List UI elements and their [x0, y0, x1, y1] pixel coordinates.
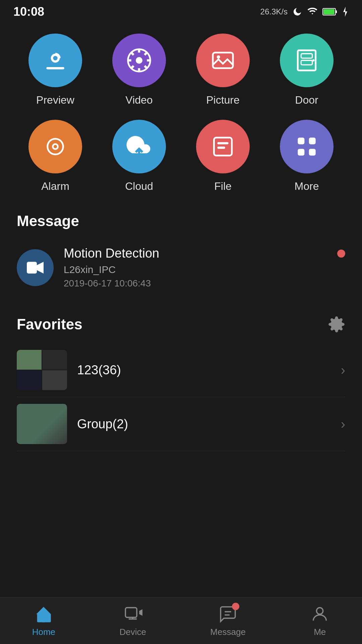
svg-point-18 [217, 55, 220, 59]
svg-line-14 [144, 66, 147, 68]
moon-icon [292, 7, 302, 17]
door-icon-circle [280, 34, 334, 87]
message-section: Message Motion Detection L26xin_IPC 2019… [17, 213, 345, 296]
svg-line-15 [144, 52, 147, 55]
chevron-right-icon-0: › [341, 363, 345, 378]
motion-detection-icon [17, 249, 54, 286]
quick-item-door[interactable]: Door [268, 34, 345, 106]
favorite-item-1[interactable]: Group(2) › [17, 397, 345, 451]
door-label: Door [295, 94, 318, 106]
message-title: Message [17, 213, 79, 229]
main-content: Preview Video Picture Door [0, 23, 362, 451]
favorites-header: Favorites [17, 316, 345, 333]
favorite-name-1: Group(2) [77, 417, 331, 431]
message-content: Motion Detection L26xin_IPC 2019-06-17 1… [64, 246, 327, 289]
picture-icon-circle [196, 34, 250, 87]
quick-access-grid: Preview Video Picture Door [17, 34, 345, 193]
status-bar: 10:08 26.3K/s [0, 0, 362, 23]
motion-detection-device: L26xin_IPC [64, 264, 327, 275]
svg-point-5 [53, 56, 57, 60]
preview-icon-circle [28, 34, 82, 87]
svg-rect-6 [46, 67, 64, 69]
svg-marker-3 [343, 7, 347, 17]
me-nav-label: Me [314, 627, 326, 637]
me-icon [310, 604, 330, 624]
favorite-item-0[interactable]: 123(36) › [17, 343, 345, 397]
alarm-icon-circle [28, 120, 82, 173]
svg-marker-39 [139, 609, 143, 616]
message-badge [232, 603, 239, 610]
chevron-right-icon-1: › [341, 417, 345, 432]
svg-rect-30 [309, 138, 316, 144]
favorite-name-0: 123(36) [77, 363, 331, 377]
bottom-navigation: Home Device Message Me [0, 597, 362, 644]
message-icon [218, 604, 238, 624]
message-item[interactable]: Motion Detection L26xin_IPC 2019-06-17 1… [17, 239, 345, 296]
quick-item-video[interactable]: Video [101, 34, 178, 106]
svg-rect-1 [336, 10, 337, 13]
device-nav-label: Device [119, 627, 146, 637]
picture-label: Picture [206, 94, 240, 106]
wifi-icon [307, 6, 318, 17]
svg-marker-34 [37, 262, 44, 273]
quick-item-preview[interactable]: Preview [17, 34, 94, 106]
favorite-thumbnail-0 [17, 350, 67, 390]
motion-detection-title: Motion Detection [64, 246, 327, 261]
nav-item-message[interactable]: Message [210, 604, 246, 637]
svg-rect-2 [323, 9, 335, 14]
cloud-icon-circle [112, 120, 166, 173]
message-nav-label: Message [210, 627, 246, 637]
file-label: File [214, 180, 232, 193]
svg-rect-31 [298, 149, 304, 156]
status-time: 10:08 [13, 5, 44, 19]
preview-label: Preview [36, 94, 74, 106]
svg-point-22 [312, 59, 315, 62]
svg-point-8 [136, 57, 142, 64]
svg-rect-35 [41, 616, 46, 622]
svg-rect-29 [298, 138, 304, 144]
cloud-label: Cloud [125, 180, 153, 193]
svg-point-42 [317, 608, 323, 614]
svg-rect-32 [309, 149, 316, 156]
quick-item-file[interactable]: File [184, 120, 261, 193]
quick-item-alarm[interactable]: Alarm [17, 120, 94, 193]
quick-item-picture[interactable]: Picture [184, 34, 261, 106]
nav-item-home[interactable]: Home [32, 604, 55, 637]
more-label: More [295, 180, 319, 193]
svg-line-13 [131, 52, 133, 55]
svg-rect-27 [217, 142, 228, 145]
charging-icon [342, 7, 349, 17]
file-icon-circle [196, 120, 250, 173]
unread-indicator [337, 250, 345, 258]
motion-detection-time: 2019-06-17 10:06:43 [64, 278, 327, 289]
svg-rect-28 [217, 147, 225, 149]
device-icon [123, 604, 143, 624]
favorites-settings-icon[interactable] [328, 316, 345, 333]
svg-rect-33 [27, 262, 37, 273]
video-label: Video [125, 94, 153, 106]
nav-item-me[interactable]: Me [310, 604, 330, 637]
message-header: Message [17, 213, 345, 229]
home-icon [34, 604, 54, 624]
alarm-label: Alarm [41, 180, 69, 193]
favorites-section: Favorites 123(36) › Group(2) › [17, 316, 345, 451]
svg-point-25 [54, 145, 57, 148]
quick-item-more[interactable]: More [268, 120, 345, 193]
favorite-thumbnail-1 [17, 404, 67, 444]
nav-item-device[interactable]: Device [119, 604, 146, 637]
status-icons: 26.3K/s [260, 6, 349, 17]
favorites-title: Favorites [17, 316, 82, 333]
more-icon-circle [280, 120, 334, 173]
svg-rect-21 [301, 60, 312, 65]
battery-icon [322, 7, 337, 16]
svg-rect-20 [301, 54, 312, 58]
svg-rect-17 [213, 53, 233, 68]
network-speed: 26.3K/s [260, 7, 288, 16]
svg-line-16 [131, 66, 133, 68]
quick-item-cloud[interactable]: Cloud [101, 120, 178, 193]
home-nav-label: Home [32, 627, 55, 637]
svg-rect-36 [125, 608, 137, 618]
video-icon-circle [112, 34, 166, 87]
